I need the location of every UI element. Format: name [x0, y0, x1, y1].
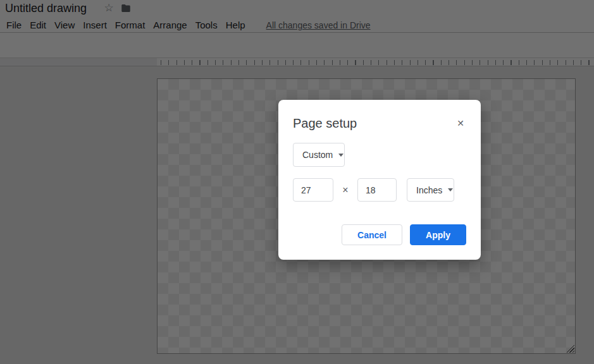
- cancel-button[interactable]: Cancel: [342, 224, 402, 245]
- close-icon[interactable]: ✕: [455, 118, 466, 129]
- unit-select[interactable]: Inches: [407, 178, 454, 202]
- page-height-input[interactable]: [357, 178, 397, 202]
- page-setup-dialog: Page setup ✕ Custom × Inches Cancel Appl…: [278, 100, 481, 260]
- chevron-down-icon: [338, 154, 343, 157]
- page-size-preset-select[interactable]: Custom: [293, 143, 345, 167]
- dialog-title: Page setup: [293, 116, 357, 131]
- preset-select-value: Custom: [294, 150, 333, 160]
- apply-button[interactable]: Apply: [410, 224, 466, 245]
- chevron-down-icon: [448, 188, 453, 191]
- page-width-input[interactable]: [293, 178, 333, 202]
- dimension-separator: ×: [333, 178, 357, 202]
- unit-select-value: Inches: [407, 185, 442, 195]
